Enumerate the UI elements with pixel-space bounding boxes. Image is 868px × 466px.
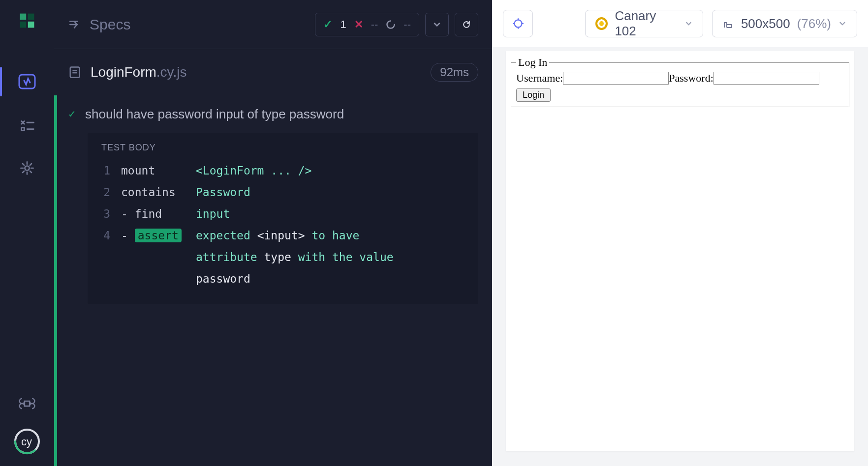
pass-indicator <box>54 95 57 466</box>
svg-point-14 <box>514 20 522 27</box>
gear-icon <box>18 159 36 177</box>
reload-icon <box>462 20 471 29</box>
spec-file-row[interactable]: LoginForm.cy.js 92ms <box>54 49 492 95</box>
specs-header: Specs ✓ 1 ✕ -- -- <box>54 0 492 49</box>
username-label: Username: <box>516 72 563 85</box>
login-button[interactable]: Login <box>516 88 551 102</box>
command-log: TEST BODY 1 mount <LoginForm ... /> 2 co… <box>88 133 478 304</box>
pass-count: 1 <box>340 18 346 31</box>
keyboard-shortcuts[interactable] <box>19 395 35 412</box>
username-input[interactable] <box>563 72 669 85</box>
svg-rect-6 <box>22 128 25 131</box>
test-row[interactable]: ✓ should have password input of type pas… <box>54 95 492 133</box>
pending-count: -- <box>403 18 411 31</box>
cypress-logo-icon: cy <box>12 427 42 456</box>
chevron-down-icon <box>684 19 693 28</box>
viewport-selector[interactable]: 500x500 (76%) <box>712 10 857 37</box>
svg-rect-2 <box>20 22 27 28</box>
preview-toolbar: Canary 102 500x500 (76%) <box>492 0 868 47</box>
test-title: should have password input of type passw… <box>85 107 344 122</box>
assert-badge: assert <box>135 229 182 242</box>
login-legend: Log In <box>516 56 549 69</box>
test-body-label: TEST BODY <box>88 143 478 160</box>
browser-selector[interactable]: Canary 102 <box>585 10 703 37</box>
run-stats: ✓ 1 ✕ -- -- <box>315 13 419 36</box>
svg-rect-3 <box>28 22 34 28</box>
svg-text:cy: cy <box>21 436 32 448</box>
reporter-panel: Specs ✓ 1 ✕ -- -- <box>54 0 492 466</box>
viewport-size: 500x500 <box>741 16 790 31</box>
command-row[interactable]: 1 mount <LoginForm ... /> <box>88 160 478 181</box>
ruler-icon <box>722 18 734 29</box>
viewport-scale: (76%) <box>797 16 831 31</box>
nav-specs[interactable] <box>15 70 39 93</box>
rerun-button[interactable] <box>455 13 478 36</box>
file-icon <box>68 65 82 79</box>
left-nav: cy <box>0 0 54 466</box>
specs-toggle[interactable]: Specs <box>68 16 130 33</box>
pending-icon <box>386 20 396 29</box>
svg-rect-1 <box>28 14 34 20</box>
password-label: Password: <box>669 72 713 85</box>
command-row[interactable]: 3 - find input <box>88 203 478 225</box>
specs-icon <box>17 72 37 91</box>
nav-runs[interactable] <box>15 113 39 137</box>
spec-duration: 92ms <box>431 63 478 82</box>
chrome-canary-icon <box>595 17 608 30</box>
check-icon: ✓ <box>68 108 76 120</box>
login-fieldset: Log In Username: Password: Login <box>511 56 849 107</box>
command-row[interactable]: 4 - assert expected <input> to have attr… <box>88 225 478 290</box>
svg-point-8 <box>25 166 30 171</box>
x-icon: ✕ <box>354 18 363 31</box>
password-input[interactable] <box>713 72 819 85</box>
aut-iframe: Log In Username: Password: Login <box>506 51 854 451</box>
browser-label: Canary 102 <box>615 8 677 39</box>
command-icon <box>19 395 35 412</box>
specs-title: Specs <box>90 16 130 33</box>
chevron-down-icon <box>838 19 847 28</box>
cypress-mark-icon <box>17 11 37 30</box>
runs-icon <box>18 116 36 134</box>
command-row[interactable]: 2 contains Password <box>88 181 478 203</box>
aut-panel: Canary 102 500x500 (76%) Log In Username… <box>492 0 868 466</box>
spec-file-ext: .cy.js <box>156 64 187 80</box>
chevron-down-icon <box>432 20 442 29</box>
collapse-icon <box>68 18 81 31</box>
crosshair-icon <box>512 17 525 30</box>
fail-count: -- <box>371 18 378 31</box>
selector-playground-button[interactable] <box>503 10 533 37</box>
svg-rect-0 <box>20 14 27 20</box>
check-icon: ✓ <box>323 18 332 31</box>
assert-message: expected <input> to have attribute type … <box>196 225 394 290</box>
nav-settings[interactable] <box>15 156 39 180</box>
next-button[interactable] <box>425 13 449 36</box>
spec-file-name: LoginForm <box>91 64 156 80</box>
